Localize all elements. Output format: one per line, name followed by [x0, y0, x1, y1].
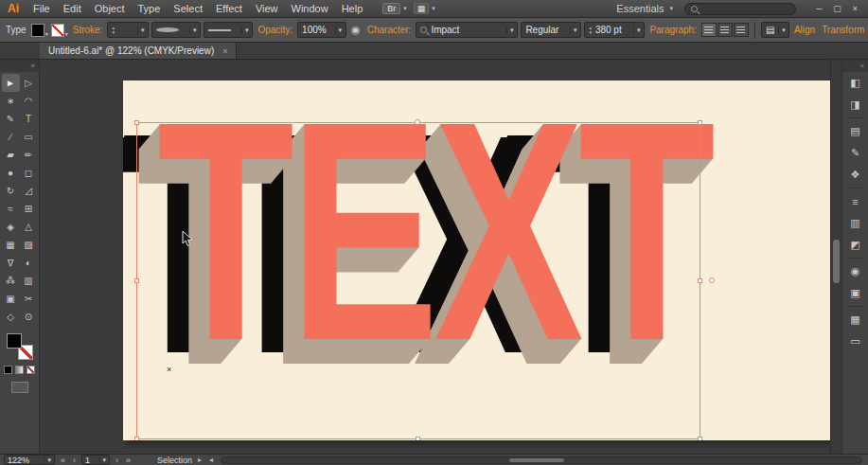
chevron-down-icon[interactable]: ▾ — [137, 27, 145, 34]
blend-tool[interactable]: ◐ — [20, 254, 38, 272]
menu-edit[interactable]: Edit — [57, 1, 88, 16]
selection-tool[interactable]: ► — [2, 74, 20, 92]
eyedropper-tool[interactable]: ∇ — [2, 254, 20, 272]
dock-expand-button[interactable]: « — [842, 60, 868, 72]
menu-file[interactable]: File — [27, 1, 57, 16]
selection-bounding-box[interactable] — [136, 122, 700, 439]
free-transform-tool[interactable]: ⊞ — [20, 200, 38, 218]
chevron-down-icon[interactable]: ▾ — [241, 27, 249, 34]
chevron-down-icon[interactable]: ▾ — [335, 27, 343, 34]
stroke-color-control[interactable]: ▾ — [51, 24, 68, 37]
handle-bottom-center[interactable] — [416, 437, 420, 440]
rectangle-tool[interactable]: ▭ — [20, 128, 38, 146]
chevron-down-icon[interactable]: ▾ — [570, 27, 577, 34]
workspace-switcher[interactable]: Essentials ▾ — [616, 3, 676, 14]
appearance-panel-icon[interactable]: ◉ — [844, 260, 867, 282]
horizontal-scrollbar-thumb[interactable] — [509, 458, 564, 462]
canvas-area[interactable]: TEXT × — [40, 60, 841, 454]
none-button[interactable] — [27, 366, 35, 374]
scroll-left-icon[interactable]: ◂ — [207, 456, 215, 464]
gradient-button[interactable] — [15, 366, 24, 374]
zoom-level-select[interactable]: 122% ▾ — [4, 455, 55, 465]
graphic-styles-panel-icon[interactable]: ▣ — [844, 282, 867, 304]
search-input[interactable] — [684, 3, 796, 15]
vertical-scrollbar-thumb[interactable] — [833, 240, 840, 283]
font-size-stepper[interactable]: ▴ ▾ — [589, 26, 592, 35]
line-segment-tool[interactable]: ∕ — [2, 128, 20, 146]
width-tool[interactable]: ≈ — [2, 200, 20, 218]
rotate-handle-circle[interactable] — [415, 119, 420, 125]
handle-top-left[interactable] — [134, 120, 139, 125]
slice-tool[interactable]: ✂ — [20, 290, 38, 308]
chevron-down-icon[interactable]: ▾ — [778, 27, 786, 34]
pen-tool[interactable]: ✎ — [2, 110, 20, 128]
previous-artboard-button[interactable]: ‹ — [71, 456, 78, 465]
menu-select[interactable]: Select — [167, 1, 209, 16]
stroke-label[interactable]: Stroke: — [71, 25, 105, 35]
symbols-panel-icon[interactable]: ❖ — [844, 164, 867, 186]
brushes-panel-icon[interactable]: ✎ — [844, 142, 867, 164]
gradient-panel-icon[interactable]: ▥ — [844, 212, 867, 234]
direct-selection-tool[interactable]: ▷ — [20, 74, 38, 92]
handle-middle-right[interactable] — [698, 278, 702, 283]
zoom-tool[interactable]: ⊙ — [20, 308, 38, 326]
align-right-button[interactable] — [734, 23, 749, 37]
transform-panel-link[interactable]: Transform — [820, 25, 866, 35]
menu-window[interactable]: Window — [285, 1, 335, 16]
recolor-artwork-icon[interactable]: ◉ — [349, 24, 363, 36]
swatches-panel-icon[interactable]: ▤ — [844, 120, 867, 142]
color-panel-icon[interactable]: ◧ — [844, 72, 867, 94]
artboards-panel-icon[interactable]: ▭ — [844, 331, 867, 352]
stroke-color-swatch[interactable] — [51, 24, 64, 37]
lasso-tool[interactable]: ◠ — [20, 92, 38, 110]
gradient-tool[interactable]: ▨ — [20, 236, 38, 254]
character-label[interactable]: Character: — [365, 25, 414, 35]
chevron-down-icon[interactable]: ▾ — [45, 30, 48, 37]
menu-help[interactable]: Help — [335, 1, 370, 16]
transparency-panel-icon[interactable]: ◩ — [844, 234, 867, 256]
chevron-down-icon[interactable]: ▾ — [189, 27, 197, 34]
handle-top-right[interactable] — [698, 120, 702, 125]
color-guide-panel-icon[interactable]: ◨ — [844, 94, 867, 116]
chevron-down-icon[interactable]: ▾ — [99, 456, 107, 464]
arrange-documents-icon[interactable]: ▦ — [414, 3, 430, 14]
brush-definition-select[interactable]: ▾ — [204, 22, 253, 38]
handle-middle-left[interactable] — [134, 278, 139, 283]
stroke-weight-select[interactable]: ▴ ▾ ▾ — [107, 22, 149, 38]
paragraph-label[interactable]: Paragraph: — [647, 25, 698, 35]
toolbar-fill-swatch[interactable] — [7, 333, 22, 349]
fill-color-swatch[interactable] — [31, 24, 44, 37]
handle-bottom-left[interactable] — [134, 437, 139, 440]
align-left-button[interactable] — [701, 23, 717, 37]
eraser-tool[interactable]: ◻ — [20, 164, 38, 182]
chevron-down-icon[interactable]: ▾ — [429, 5, 438, 12]
artboard-number-select[interactable]: 1 ▾ — [81, 455, 110, 465]
minimize-button[interactable]: ─ — [810, 1, 828, 17]
scale-tool[interactable]: ◿ — [20, 182, 38, 200]
chevron-down-icon[interactable]: ▾ — [633, 27, 641, 34]
close-button[interactable]: × — [846, 1, 864, 17]
character-panel-button[interactable]: ▤ ▾ — [761, 22, 789, 38]
chevron-down-icon[interactable]: ▾ — [65, 30, 68, 37]
chevron-down-icon[interactable]: ▾ — [506, 27, 514, 34]
column-graph-tool[interactable]: ▥ — [20, 272, 38, 290]
font-family-select[interactable]: Impact ▾ — [416, 22, 518, 38]
horizontal-scrollbar[interactable] — [221, 456, 862, 464]
out-port-circle[interactable] — [709, 277, 715, 283]
align-center-button[interactable] — [717, 23, 733, 37]
opacity-select[interactable]: 100% ▾ — [297, 22, 346, 38]
font-style-select[interactable]: Regular ▾ — [521, 22, 581, 38]
fill-color-control[interactable]: ▾ — [31, 24, 48, 37]
perspective-grid-tool[interactable]: △ — [20, 218, 38, 236]
font-size-select[interactable]: ▴ ▾ 380 pt ▾ — [584, 22, 645, 38]
spin-down-icon[interactable]: ▾ — [112, 30, 115, 35]
scroll-right-icon[interactable]: ▸ — [196, 456, 204, 464]
hand-tool[interactable]: ◇ — [2, 308, 20, 326]
menu-view[interactable]: View — [249, 1, 285, 16]
first-artboard-button[interactable]: « — [59, 456, 67, 465]
pencil-tool[interactable]: ✏ — [20, 146, 38, 164]
artboard[interactable]: TEXT × — [123, 80, 831, 440]
symbol-sprayer-tool[interactable]: ⁂ — [2, 272, 20, 290]
type-tool[interactable]: T — [20, 110, 38, 128]
artboard-tool[interactable]: ▣ — [2, 290, 20, 308]
